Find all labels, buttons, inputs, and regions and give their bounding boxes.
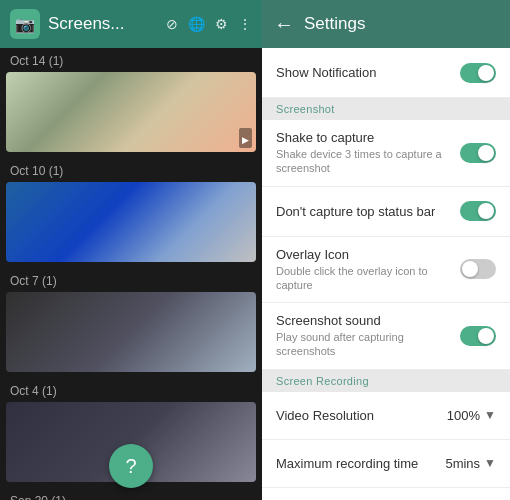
setting-no-status-bar[interactable]: Don't capture top status bar — [262, 187, 510, 237]
setting-screenshot-sound[interactable]: Screenshot sound Play sound after captur… — [262, 303, 510, 370]
thumb-container[interactable]: ▶ — [0, 72, 262, 158]
resolution-value: 100% — [447, 408, 480, 423]
setting-desc: Shake device 3 times to capture a screen… — [276, 147, 450, 176]
settings-title: Settings — [304, 14, 365, 34]
dropdown-label: Maximum recording time — [276, 456, 418, 471]
toggle-overlay[interactable] — [460, 259, 496, 279]
left-header: 📷 Screens... ⊘ 🌐 ⚙ ⋮ — [0, 0, 262, 48]
dropdown-value[interactable]: 100% ▼ — [447, 408, 496, 423]
date-label: Oct 7 (1) — [0, 268, 262, 292]
thumb-container[interactable] — [0, 182, 262, 268]
setting-desc: Double click the overlay icon to capture — [276, 264, 450, 293]
time-value: 5mins — [445, 456, 480, 471]
toggle-thumb — [478, 145, 494, 161]
settings-list: Show Notification Screenshot Shake to ca… — [262, 48, 510, 500]
toggle-status-bar[interactable] — [460, 201, 496, 221]
screenshot-thumbnail[interactable]: ▶ — [6, 72, 256, 152]
setting-label: Don't capture top status bar — [276, 204, 450, 219]
setting-desc: Play sound after capturing screenshots — [276, 330, 450, 359]
screenshot-list: Oct 14 (1) ▶ Oct 10 (1) Oct 7 (1) Oct 4 … — [0, 48, 262, 500]
right-panel: ← Settings Show Notification Screenshot … — [262, 0, 510, 500]
dropdown-label: Video Resolution — [276, 408, 374, 423]
settings-header: ← Settings — [262, 0, 510, 48]
setting-text: Show Notification — [276, 65, 460, 80]
setting-overlay-icon[interactable]: Overlay Icon Double click the overlay ic… — [262, 237, 510, 304]
date-label: Oct 10 (1) — [0, 158, 262, 182]
setting-text: Screenshot sound Play sound after captur… — [276, 313, 460, 359]
setting-text: Shake to capture Shake device 3 times to… — [276, 130, 460, 176]
app-icon: 📷 — [10, 9, 40, 39]
left-panel: 📷 Screens... ⊘ 🌐 ⚙ ⋮ Oct 14 (1) ▶ Oct 10… — [0, 0, 262, 500]
settings-gear-icon[interactable]: ⚙ — [215, 16, 228, 32]
toggle-thumb — [478, 328, 494, 344]
setting-text: Don't capture top status bar — [276, 204, 460, 219]
toggle-show-notification[interactable] — [460, 63, 496, 83]
dropdown-value[interactable]: 5mins ▼ — [445, 456, 496, 471]
image-slash-icon[interactable]: ⊘ — [166, 16, 178, 32]
date-label: Oct 4 (1) — [0, 378, 262, 402]
question-mark-icon: ? — [125, 455, 136, 478]
fab-button[interactable]: ? — [109, 444, 153, 488]
setting-record-app-audio[interactable]: Record audio played by apps Not all Apps… — [262, 488, 510, 500]
date-label: Oct 14 (1) — [0, 48, 262, 72]
toggle-sound[interactable] — [460, 326, 496, 346]
screenshot-thumbnail[interactable] — [6, 292, 256, 372]
chevron-down-icon: ▼ — [484, 456, 496, 470]
setting-shake-capture[interactable]: Shake to capture Shake device 3 times to… — [262, 120, 510, 187]
header-actions: ⊘ 🌐 ⚙ ⋮ — [166, 16, 252, 32]
setting-max-recording-time[interactable]: Maximum recording time 5mins ▼ — [262, 440, 510, 488]
camera-icon: 📷 — [15, 15, 35, 34]
setting-label: Shake to capture — [276, 130, 450, 145]
setting-label: Overlay Icon — [276, 247, 450, 262]
section-screenshot: Screenshot — [262, 98, 510, 120]
globe-icon[interactable]: 🌐 — [188, 16, 205, 32]
back-button[interactable]: ← — [274, 13, 294, 36]
setting-text: Overlay Icon Double click the overlay ic… — [276, 247, 460, 293]
date-label: Sep 30 (1) — [0, 488, 262, 500]
toggle-thumb — [478, 203, 494, 219]
screenshot-thumbnail[interactable] — [6, 182, 256, 262]
toggle-thumb — [478, 65, 494, 81]
section-recording: Screen Recording — [262, 370, 510, 392]
chevron-down-icon: ▼ — [484, 408, 496, 422]
setting-video-resolution[interactable]: Video Resolution 100% ▼ — [262, 392, 510, 440]
thumb-overlay: ▶ — [242, 135, 249, 145]
more-options-icon[interactable]: ⋮ — [238, 16, 252, 32]
setting-label: Screenshot sound — [276, 313, 450, 328]
setting-show-notification[interactable]: Show Notification — [262, 48, 510, 98]
setting-label: Show Notification — [276, 65, 450, 80]
toggle-shake[interactable] — [460, 143, 496, 163]
thumb-container[interactable] — [0, 292, 262, 378]
app-title: Screens... — [48, 14, 158, 34]
